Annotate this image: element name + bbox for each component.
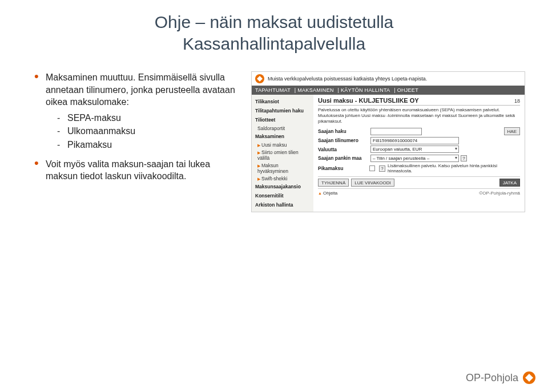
sidebar-item[interactable]: Maksaminen — [252, 132, 313, 141]
sidebar-subitem-label: Swift-shekki — [261, 176, 287, 181]
sidebar-item[interactable]: Konsernitilit — [252, 191, 313, 200]
jatka-button[interactable]: JATKA — [499, 179, 520, 187]
sub-text: SEPA-maksu — [67, 112, 121, 124]
sidebar-subitem[interactable]: ▶Uusi maksu — [252, 141, 313, 148]
form-label: Pikamaksu — [318, 165, 369, 171]
bullet-dot-icon: • — [34, 157, 46, 181]
sidebar-item[interactable]: Tilikansiot — [252, 97, 313, 106]
brand-footer: OP-Pohjola — [466, 371, 535, 384]
mock-nav-item[interactable]: KÄYTÖN HALLINTA — [341, 87, 390, 93]
dash-icon: - — [57, 139, 67, 151]
sidebar-item[interactable]: Tilitapahtumien haku — [252, 106, 313, 115]
chevron-right-icon: ▶ — [257, 164, 260, 168]
hae-button[interactable]: HAE — [504, 127, 520, 135]
bullet-text: Maksaminen muuttuu. Ensimmäisellä sivull… — [46, 71, 240, 108]
mock-topbar: Muista verkkopalvelusta poistuessasi kat… — [252, 72, 525, 86]
valuutta-select[interactable]: Euroopan valuutta, EUR — [370, 146, 459, 153]
mock-nav-item[interactable]: OHJEET — [397, 87, 418, 93]
chevron-right-icon: ▶ — [257, 177, 260, 181]
mock-body: Tilikansiot Tilitapahtumien haku Tiliott… — [252, 95, 525, 212]
mock-nav: TAPAHTUMAT | MAKSAMINEN | KÄYTÖN HALLINT… — [252, 86, 525, 95]
screenshot-mock: Muista verkkopalvelusta poistuessasi kat… — [251, 71, 525, 212]
help-icon[interactable]: ? — [461, 155, 467, 161]
saajan-haku-input[interactable] — [370, 128, 422, 135]
sub-item: - Pikamaksu — [57, 139, 240, 151]
dash-icon: - — [57, 112, 67, 124]
sub-text: Pikamaksu — [67, 139, 112, 151]
form-row-pikamaksu: Pikamaksu ? Lisämaksullinen palvelu. Kat… — [318, 163, 520, 173]
mock-heading: Uusi maksu - KULJETUSLIIKE OY — [318, 97, 419, 104]
op-logo-icon — [255, 74, 264, 83]
mock-top-note: Muista verkkopalvelusta poistuessasi kat… — [268, 76, 427, 82]
title-line1: Ohje – näin maksat uudistetulla — [0, 11, 548, 33]
mock-sidebar: Tilikansiot Tilitapahtumien haku Tiliott… — [252, 95, 313, 212]
form-label: Saajan tilinumero — [318, 138, 370, 143]
form-label: Valuutta — [318, 147, 370, 152]
mock-copyright: ©OP-Pohjola-ryhmä — [479, 191, 520, 196]
dash-icon: - — [57, 125, 67, 138]
sub-item: - SEPA-maksu — [57, 112, 240, 124]
sub-list: - SEPA-maksu - Ulkomaanmaksu - Pikamaksu — [34, 112, 240, 151]
sub-item: - Ulkomaanmaksu — [57, 125, 240, 138]
sidebar-subitem-label: Maksun hyväksyminen — [257, 163, 288, 174]
tilinumero-input[interactable]: FI8159986910000074 — [370, 137, 459, 144]
lue-viivakoodi-button[interactable]: LUE VIIVAKOODI — [351, 179, 394, 187]
content-area: • Maksaminen muuttuu. Ensimmäisellä sivu… — [0, 54, 548, 212]
bullet-dot-icon: • — [34, 70, 46, 107]
sidebar-subitem-label: Uusi maksu — [261, 142, 287, 148]
mock-heading-number: 18 — [514, 98, 520, 104]
sidebar-item[interactable]: Arkiston hallinta — [252, 200, 313, 209]
chevron-right-icon: ▶ — [257, 151, 260, 155]
mock-heading-row: Uusi maksu - KULJETUSLIIKE OY 18 — [318, 97, 520, 106]
title-line2: Kassanhallintapalvelulla — [0, 33, 548, 55]
form-row-saajan-haku: Saajan haku HAE — [318, 127, 520, 135]
mock-nav-item[interactable]: TAPAHTUMAT — [255, 87, 291, 93]
bullet-text: Voit myös valita maksun-saajan tai lukea… — [46, 158, 240, 183]
mock-main: Uusi maksu - KULJETUSLIIKE OY 18 Palvelu… — [313, 95, 525, 212]
sub-text: Ulkomaanmaksu — [67, 125, 135, 138]
left-column: • Maksaminen muuttuu. Ensimmäisellä sivu… — [34, 71, 240, 212]
help-icon[interactable]: ? — [379, 165, 385, 172]
pankin-maa-select[interactable]: – Tilin / saajan perusteella – — [370, 155, 459, 162]
chevron-right-icon: ▶ — [257, 143, 260, 148]
right-column: Muista verkkopalvelusta poistuessasi kat… — [251, 71, 525, 212]
mock-nav-item[interactable]: MAKSAMINEN — [297, 87, 334, 93]
op-logo-icon — [523, 371, 535, 384]
brand-name: OP-Pohjola — [466, 372, 518, 384]
pikamaksu-checkbox[interactable] — [369, 165, 375, 171]
mock-footer: ▲Ohjeita ©OP-Pohjola-ryhmä — [318, 189, 520, 196]
form-label: Saajan haku — [318, 128, 370, 134]
form-label: Saajan pankin maa — [318, 155, 370, 161]
page-title: Ohje – näin maksat uudistetulla Kassanha… — [0, 0, 548, 54]
form-row-pankin-maa: Saajan pankin maa – Tilin / saajan perus… — [318, 155, 520, 162]
sidebar-subitem-label: Siirto omien tilien välillä — [257, 149, 299, 161]
triangle-icon: ▲ — [318, 191, 322, 195]
sidebar-subitem[interactable]: ▶Maksun hyväksyminen — [252, 161, 313, 175]
form-row-tilinumero: Saajan tilinumero FI8159986910000074 — [318, 137, 520, 144]
form-row-valuutta: Valuutta Euroopan valuutta, EUR — [318, 146, 520, 153]
pikamaksu-note: Lisämaksullinen palvelu. Katso palvelun … — [388, 163, 520, 173]
mock-action-row: TYHJENNÄ LUE VIIVAKOODI JATKA — [318, 176, 520, 189]
sidebar-item[interactable]: Maksunsaajakansio — [252, 182, 313, 191]
bullet-item: • Voit myös valita maksun-saajan tai luk… — [34, 158, 240, 183]
tyhjenna-button[interactable]: TYHJENNÄ — [318, 179, 349, 187]
sidebar-subitem[interactable]: Saldoraportit — [252, 124, 313, 132]
sidebar-subitem[interactable]: ▶Swift-shekki — [252, 175, 313, 182]
sidebar-item[interactable]: Tiliotteet — [252, 115, 313, 124]
mock-description: Palvelussa on otettu käyttöön yhtenäisen… — [318, 107, 520, 124]
ohjeita-link[interactable]: Ohjeita — [323, 191, 337, 196]
bullet-item: • Maksaminen muuttuu. Ensimmäisellä sivu… — [34, 71, 240, 108]
sidebar-subitem[interactable]: ▶Siirto omien tilien välillä — [252, 148, 313, 161]
